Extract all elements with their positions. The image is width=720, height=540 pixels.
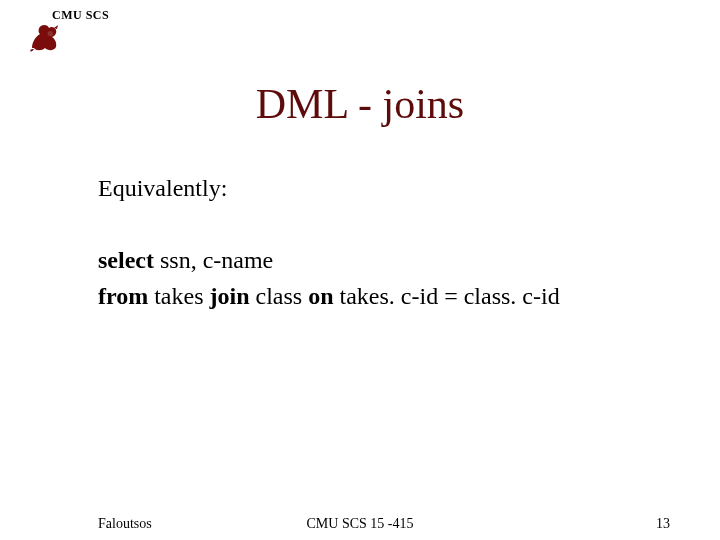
cmu-logo-icon xyxy=(28,22,62,52)
sql-text: ssn, c-name xyxy=(154,247,273,273)
sql-line-1: select ssn, c-name xyxy=(98,244,658,276)
sql-text: takes xyxy=(148,283,209,309)
sql-text: takes. c-id = class. c-id xyxy=(334,283,560,309)
sql-text: class xyxy=(250,283,309,309)
slide-body: Equivalently: select ssn, c-name from ta… xyxy=(98,172,658,315)
sql-line-2: from takes join class on takes. c-id = c… xyxy=(98,280,658,312)
keyword-join: join xyxy=(210,283,250,309)
keyword-on: on xyxy=(308,283,333,309)
keyword-from: from xyxy=(98,283,148,309)
slide: CMU SCS DML - joins Equivalently: select… xyxy=(0,0,720,540)
slide-title: DML - joins xyxy=(0,80,720,128)
footer-course: CMU SCS 15 -415 xyxy=(0,516,720,532)
slide-header: CMU SCS xyxy=(52,8,109,23)
keyword-select: select xyxy=(98,247,154,273)
header-label: CMU SCS xyxy=(52,8,109,23)
intro-text: Equivalently: xyxy=(98,172,658,204)
footer-page-number: 13 xyxy=(656,516,670,532)
